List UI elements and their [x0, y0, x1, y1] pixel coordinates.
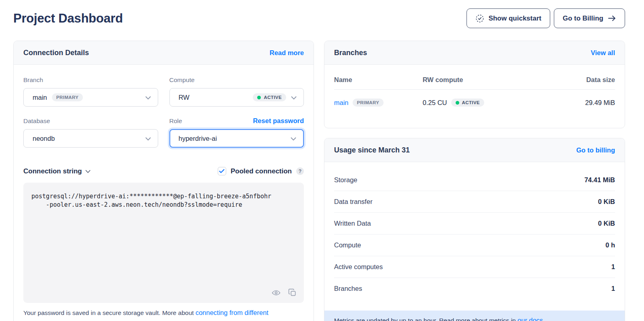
usage-metric-row: Storage 74.41 MiB	[334, 169, 615, 191]
usage-metric-value: 74.41 MiB	[584, 176, 615, 184]
active-status-dot	[456, 101, 459, 105]
connection-string-label: Connection string	[23, 167, 82, 175]
page-header: Project Dashboard Show quickstart Go to …	[13, 8, 625, 28]
usage-metric-label: Storage	[334, 176, 357, 184]
connection-string-code-block: postgresql://hyperdrive-ai:************@…	[23, 183, 304, 303]
usage-metric-label: Compute	[334, 241, 361, 249]
branch-table-row: main PRIMARY 0.25 CU ACTIVE 29.49 MiB	[334, 90, 615, 115]
chevron-down-icon	[85, 167, 91, 175]
primary-badge: PRIMARY	[353, 99, 384, 107]
usage-metric-row: Data transfer 0 KiB	[334, 191, 615, 213]
branch-select[interactable]: main PRIMARY	[23, 88, 158, 107]
primary-badge: PRIMARY	[52, 93, 83, 101]
connection-string-line1: postgresql://hyperdrive-ai:************@…	[31, 193, 271, 200]
branches-title: Branches	[334, 49, 367, 57]
branch-label: Branch	[23, 76, 43, 84]
role-value: hyperdrive-ai	[179, 135, 217, 142]
role-select[interactable]: hyperdrive-ai	[169, 129, 304, 148]
usage-metric-value: 1	[611, 263, 615, 271]
dashboard-content: Connection Details Read more Branch main…	[13, 41, 625, 321]
database-field: Database neondb	[23, 117, 158, 148]
read-more-link[interactable]: Read more	[270, 49, 304, 57]
arrow-right-icon	[608, 15, 616, 22]
chevron-down-icon	[145, 94, 151, 101]
usage-metric-row: Compute 0 h	[334, 235, 615, 256]
role-field: Role Reset password hyperdrive-ai	[169, 117, 304, 148]
branch-status-badge: ACTIVE	[451, 99, 485, 107]
password-vault-note: Your password is saved in a secure stora…	[23, 309, 304, 317]
branch-compute-value: 0.25 CU	[423, 99, 447, 107]
column-rw-compute: RW compute	[423, 76, 586, 84]
reset-password-link[interactable]: Reset password	[253, 117, 304, 125]
compute-status-badge: ACTIVE	[253, 93, 286, 101]
header-actions: Show quickstart Go to Billing	[466, 8, 625, 28]
usage-metric-row: Active computes 1	[334, 256, 615, 278]
connection-details-card: Connection Details Read more Branch main…	[13, 41, 314, 321]
go-to-billing-link[interactable]: Go to billing	[576, 146, 615, 154]
active-status-dot	[257, 96, 261, 99]
branches-header: Branches View all	[324, 41, 625, 65]
branch-main-link[interactable]: main	[334, 99, 349, 107]
go-to-billing-button[interactable]: Go to Billing	[554, 8, 625, 28]
usage-metric-value: 0 KiB	[598, 220, 615, 227]
usage-metric-value: 1	[611, 285, 615, 292]
go-to-billing-label: Go to Billing	[563, 14, 603, 23]
usage-metric-label: Active computes	[334, 263, 383, 271]
pooled-connection-checkbox[interactable]	[218, 167, 226, 175]
usage-metric-value: 0 KiB	[598, 198, 615, 206]
chevron-down-icon	[291, 135, 296, 142]
chevron-down-icon	[145, 135, 151, 142]
left-column: Connection Details Read more Branch main…	[13, 41, 314, 321]
branch-data-size: 29.49 MiB	[585, 99, 615, 107]
usage-metric-row: Branches 1	[334, 278, 615, 299]
database-label: Database	[23, 117, 50, 125]
quickstart-check-icon	[475, 14, 484, 23]
connection-form-grid: Branch main PRIMARY Compute RW	[23, 76, 304, 148]
project-dashboard-page: Project Dashboard Show quickstart Go to …	[0, 8, 644, 321]
branch-field: Branch main PRIMARY	[23, 76, 158, 107]
usage-metric-value: 0 h	[605, 241, 615, 249]
database-value: neondb	[33, 135, 55, 142]
compute-field: Compute RW ACTIVE	[169, 76, 304, 107]
column-name: Name	[334, 76, 423, 84]
metrics-info-banner: Metrics are updated by up to an hour. Re…	[324, 311, 625, 321]
connection-string-row: Connection string Pooled connection ?	[23, 167, 304, 175]
pooled-connection-control: Pooled connection ?	[218, 167, 304, 175]
reveal-password-eye-icon[interactable]	[271, 288, 281, 298]
role-label: Role	[169, 117, 182, 125]
usage-metric-row: Written Data 0 KiB	[334, 213, 615, 235]
show-quickstart-label: Show quickstart	[489, 14, 541, 23]
usage-title: Usage since March 31	[334, 146, 410, 154]
column-data-size: Data size	[586, 76, 615, 84]
view-all-link[interactable]: View all	[591, 49, 615, 57]
connection-details-header: Connection Details Read more	[14, 41, 314, 65]
right-column: Branches View all Name RW compute Data s…	[324, 41, 625, 321]
compute-value: RW	[179, 94, 190, 101]
chevron-down-icon	[291, 94, 297, 101]
page-title: Project Dashboard	[13, 11, 123, 26]
connecting-from-different-link[interactable]: connecting from different	[196, 309, 268, 316]
compute-label: Compute	[169, 76, 195, 84]
usage-metric-label: Data transfer	[334, 198, 372, 206]
connection-details-body: Branch main PRIMARY Compute RW	[14, 65, 314, 317]
metrics-docs-link[interactable]: our docs	[518, 317, 543, 321]
branches-card: Branches View all Name RW compute Data s…	[324, 41, 625, 128]
pooled-connection-label: Pooled connection	[231, 167, 292, 175]
branches-table-header: Name RW compute Data size	[334, 65, 615, 90]
compute-select[interactable]: RW ACTIVE	[169, 88, 304, 107]
branches-table: Name RW compute Data size main PRIMARY 0…	[324, 65, 625, 115]
show-quickstart-button[interactable]: Show quickstart	[466, 8, 550, 28]
connection-details-title: Connection Details	[23, 49, 89, 57]
usage-metric-label: Branches	[334, 285, 362, 292]
database-select[interactable]: neondb	[23, 129, 158, 148]
usage-metric-label: Written Data	[334, 220, 371, 227]
usage-header: Usage since March 31 Go to billing	[324, 138, 625, 162]
branch-value: main	[33, 94, 47, 101]
usage-card: Usage since March 31 Go to billing Stora…	[324, 138, 625, 321]
connection-string-toggle[interactable]: Connection string	[23, 167, 91, 175]
help-icon[interactable]: ?	[296, 167, 304, 175]
connection-string-line2: -pooler.us-east-2.aws.neon.tech/neondb?s…	[31, 201, 242, 208]
usage-metrics-list: Storage 74.41 MiB Data transfer 0 KiB Wr…	[324, 162, 625, 299]
copy-icon[interactable]	[288, 288, 297, 298]
